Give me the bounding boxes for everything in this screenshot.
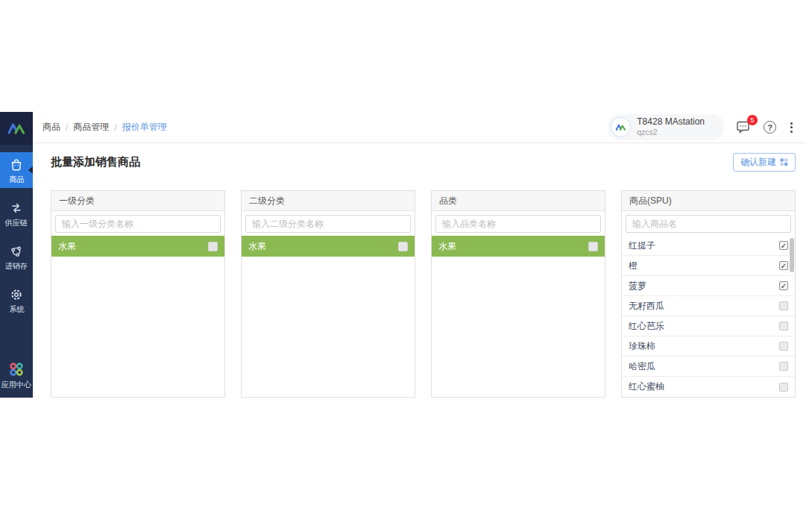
item-checkbox[interactable]: ✓ <box>779 281 788 290</box>
item-checkbox[interactable] <box>208 242 218 251</box>
list-item[interactable]: 红心芭乐 <box>622 316 795 336</box>
sidebar: 商品 供应链 <box>0 112 33 398</box>
item-label: 无籽西瓜 <box>629 300 664 313</box>
panel: 一级分类 水果 <box>51 190 225 398</box>
sidebar-item-label: 系统 <box>9 304 24 313</box>
brand-logo[interactable] <box>0 112 33 145</box>
panel-list: 水果 <box>242 236 415 257</box>
panel-title: 商品(SPU) <box>622 191 795 211</box>
panel: 商品(SPU) 红提子✓橙✓菠萝✓无籽西瓜红心芭乐珍珠柿哈密瓜红心蜜柚 <box>621 190 796 398</box>
breadcrumb-separator: / <box>66 122 68 133</box>
panel-title: 一级分类 <box>51 191 224 211</box>
app-window: 商品 供应链 <box>0 112 805 398</box>
item-checkbox[interactable] <box>779 301 788 310</box>
user-meta: T8428 MAstation qzcs2 <box>637 116 705 137</box>
list-item[interactable]: 菠萝✓ <box>622 276 795 296</box>
list-item[interactable]: 哈密瓜 <box>622 357 795 377</box>
sidebar-item-goods[interactable]: 商品 <box>0 152 33 188</box>
user-subtitle: qzcs2 <box>637 128 705 137</box>
user-name: T8428 MAstation <box>637 116 705 128</box>
apps-icon <box>8 361 25 377</box>
confirm-create-label: 确认新建 <box>740 156 776 169</box>
sidebar-spacer <box>0 318 33 356</box>
more-menu-button[interactable] <box>788 121 795 134</box>
sidebar-item-label: 供应链 <box>5 218 28 227</box>
sidebar-item-label: 进销存 <box>5 261 28 270</box>
avatar-logo-icon <box>615 123 626 131</box>
breadcrumb-item[interactable]: 商品管理 <box>73 121 109 134</box>
item-label: 菠萝 <box>629 280 646 292</box>
topbar-right: T8428 MAstation qzcs2 5 <box>608 114 795 140</box>
confirm-create-button[interactable]: 确认新建 <box>733 153 796 172</box>
list-item[interactable]: 水果 <box>242 236 415 257</box>
avatar <box>611 117 631 137</box>
panel: 品类 水果 <box>431 190 605 398</box>
help-icon: ? <box>764 121 776 134</box>
search-input[interactable] <box>245 215 411 233</box>
item-checkbox[interactable] <box>779 383 788 392</box>
page: 商品 供应链 <box>0 0 812 514</box>
content: 批量添加销售商品 确认新建 一级分类 水果 <box>33 143 805 398</box>
item-label: 红提子 <box>629 239 655 252</box>
title-row: 批量添加销售商品 确认新建 <box>51 153 796 172</box>
list-item[interactable]: 红心蜜柚 <box>622 377 795 397</box>
list-item[interactable]: 水果 <box>432 236 605 257</box>
sidebar-item-label: 商品 <box>9 175 24 184</box>
inventory-icon <box>9 244 24 259</box>
sidebar-item-system[interactable]: 系统 <box>0 282 33 318</box>
search-input[interactable] <box>626 215 791 233</box>
brand-logo-icon <box>7 122 26 135</box>
sidebar-item-app-center[interactable]: 应用中心 <box>0 356 33 393</box>
gear-icon <box>9 287 24 302</box>
search-input[interactable] <box>435 215 601 233</box>
item-label: 珍珠柿 <box>629 340 655 353</box>
panel-list: 水果 <box>432 236 605 257</box>
breadcrumb-separator: / <box>114 122 116 133</box>
sidebar-item-inventory[interactable]: 进销存 <box>0 239 33 275</box>
breadcrumb-item-current[interactable]: 报价单管理 <box>122 121 167 134</box>
item-checkbox[interactable]: ✓ <box>779 261 788 270</box>
sidebar-item-label: 应用中心 <box>1 380 31 389</box>
list-item[interactable]: 红提子✓ <box>622 236 795 256</box>
panel-list: 水果 <box>51 236 224 257</box>
list-item[interactable]: 珍珠柿 <box>622 336 795 357</box>
item-checkbox[interactable]: ✓ <box>779 241 788 250</box>
item-label: 哈密瓜 <box>629 360 655 373</box>
item-label: 水果 <box>58 240 76 253</box>
kebab-menu-icon <box>788 121 795 134</box>
breadcrumb-item[interactable]: 商品 <box>43 121 60 134</box>
panel-search <box>622 211 795 236</box>
item-checkbox[interactable] <box>779 342 788 351</box>
page-title: 批量添加销售商品 <box>51 155 140 169</box>
panel-list: 红提子✓橙✓菠萝✓无籽西瓜红心芭乐珍珠柿哈密瓜红心蜜柚 <box>622 236 795 397</box>
list-item[interactable]: 水果 <box>51 236 224 257</box>
panel-search <box>51 211 224 236</box>
sidebar-item-supply-chain[interactable]: 供应链 <box>0 195 33 231</box>
panel-search <box>432 211 605 236</box>
category-panels: 一级分类 水果 二级分类 水果 品类 水果 商品(SPU) 红提子✓橙✓菠萝✓无… <box>51 190 796 398</box>
panel-title: 二级分类 <box>242 191 415 211</box>
notification-badge: 5 <box>747 115 758 125</box>
item-checkbox[interactable] <box>398 242 408 251</box>
help-button[interactable]: ? <box>764 121 776 134</box>
panel-title: 品类 <box>432 191 605 211</box>
item-label: 水果 <box>248 240 266 253</box>
item-label: 水果 <box>438 240 456 253</box>
list-scrollbar[interactable] <box>790 238 794 272</box>
user-menu[interactable]: T8428 MAstation qzcs2 <box>608 114 724 140</box>
supply-chain-icon <box>9 201 24 216</box>
bag-icon <box>9 157 24 172</box>
breadcrumb: 商品 / 商品管理 / 报价单管理 <box>43 121 167 134</box>
list-item[interactable]: 橙✓ <box>622 256 795 276</box>
panel-search <box>242 211 415 236</box>
item-checkbox[interactable] <box>588 242 598 251</box>
main-area: 商品 / 商品管理 / 报价单管理 <box>33 112 805 398</box>
search-input[interactable] <box>55 215 221 233</box>
panel: 二级分类 水果 <box>241 190 415 398</box>
item-checkbox[interactable] <box>779 322 788 330</box>
topbar: 商品 / 商品管理 / 报价单管理 <box>33 112 805 143</box>
list-item[interactable]: 无籽西瓜 <box>622 296 795 316</box>
item-label: 红心蜜柚 <box>629 380 664 393</box>
item-checkbox[interactable] <box>779 362 788 371</box>
messages-button[interactable]: 5 <box>736 120 752 134</box>
